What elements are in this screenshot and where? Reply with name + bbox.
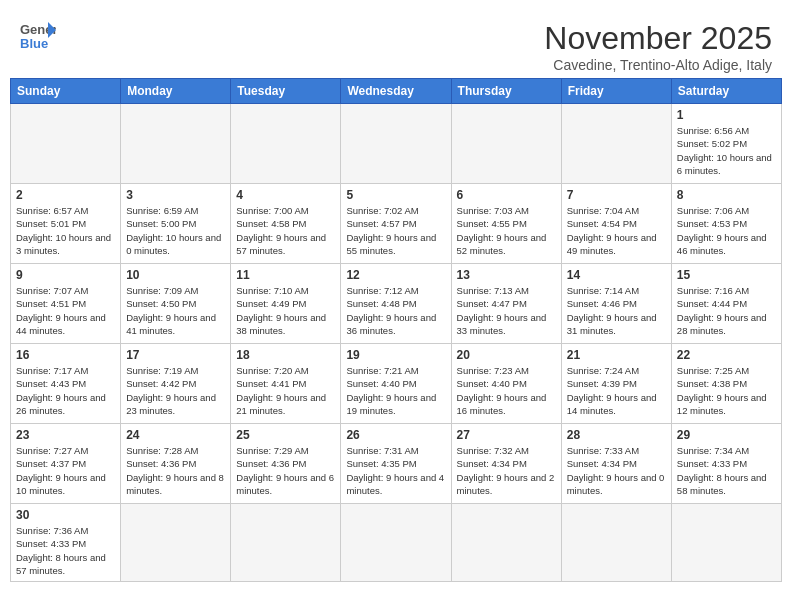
day-info: Sunrise: 7:20 AM Sunset: 4:41 PM Dayligh… <box>236 364 335 417</box>
weekday-header-cell: Saturday <box>671 79 781 104</box>
day-info: Sunrise: 7:29 AM Sunset: 4:36 PM Dayligh… <box>236 444 335 497</box>
day-number: 15 <box>677 268 776 282</box>
day-info: Sunrise: 7:00 AM Sunset: 4:58 PM Dayligh… <box>236 204 335 257</box>
calendar-week-row: 9Sunrise: 7:07 AM Sunset: 4:51 PM Daylig… <box>11 264 782 344</box>
day-number: 26 <box>346 428 445 442</box>
weekday-header-cell: Wednesday <box>341 79 451 104</box>
month-title: November 2025 <box>544 20 772 57</box>
weekday-header-cell: Thursday <box>451 79 561 104</box>
calendar-day-cell: 11Sunrise: 7:10 AM Sunset: 4:49 PM Dayli… <box>231 264 341 344</box>
day-number: 16 <box>16 348 115 362</box>
calendar-table: SundayMondayTuesdayWednesdayThursdayFrid… <box>10 78 782 582</box>
day-number: 13 <box>457 268 556 282</box>
day-number: 10 <box>126 268 225 282</box>
calendar-day-cell: 7Sunrise: 7:04 AM Sunset: 4:54 PM Daylig… <box>561 184 671 264</box>
page-header: General Blue November 2025 Cavedine, Tre… <box>10 10 782 78</box>
calendar-day-cell: 17Sunrise: 7:19 AM Sunset: 4:42 PM Dayli… <box>121 344 231 424</box>
day-info: Sunrise: 7:27 AM Sunset: 4:37 PM Dayligh… <box>16 444 115 497</box>
day-number: 23 <box>16 428 115 442</box>
calendar-week-row: 1Sunrise: 6:56 AM Sunset: 5:02 PM Daylig… <box>11 104 782 184</box>
day-number: 27 <box>457 428 556 442</box>
day-number: 25 <box>236 428 335 442</box>
calendar-day-cell: 10Sunrise: 7:09 AM Sunset: 4:50 PM Dayli… <box>121 264 231 344</box>
calendar-week-row: 16Sunrise: 7:17 AM Sunset: 4:43 PM Dayli… <box>11 344 782 424</box>
logo-icon: General Blue <box>20 20 56 50</box>
day-number: 22 <box>677 348 776 362</box>
day-number: 20 <box>457 348 556 362</box>
weekday-header-cell: Monday <box>121 79 231 104</box>
calendar-day-cell: 22Sunrise: 7:25 AM Sunset: 4:38 PM Dayli… <box>671 344 781 424</box>
day-info: Sunrise: 7:16 AM Sunset: 4:44 PM Dayligh… <box>677 284 776 337</box>
calendar-day-cell: 23Sunrise: 7:27 AM Sunset: 4:37 PM Dayli… <box>11 424 121 504</box>
calendar-day-cell: 20Sunrise: 7:23 AM Sunset: 4:40 PM Dayli… <box>451 344 561 424</box>
weekday-header-cell: Tuesday <box>231 79 341 104</box>
calendar-day-cell: 3Sunrise: 6:59 AM Sunset: 5:00 PM Daylig… <box>121 184 231 264</box>
svg-text:Blue: Blue <box>20 36 48 50</box>
calendar-day-cell: 30Sunrise: 7:36 AM Sunset: 4:33 PM Dayli… <box>11 504 121 582</box>
day-info: Sunrise: 7:07 AM Sunset: 4:51 PM Dayligh… <box>16 284 115 337</box>
day-info: Sunrise: 6:56 AM Sunset: 5:02 PM Dayligh… <box>677 124 776 177</box>
day-number: 29 <box>677 428 776 442</box>
calendar-day-cell <box>451 504 561 582</box>
calendar-day-cell <box>231 504 341 582</box>
day-number: 3 <box>126 188 225 202</box>
calendar-day-cell <box>231 104 341 184</box>
day-number: 18 <box>236 348 335 362</box>
day-number: 8 <box>677 188 776 202</box>
day-info: Sunrise: 7:17 AM Sunset: 4:43 PM Dayligh… <box>16 364 115 417</box>
day-info: Sunrise: 7:33 AM Sunset: 4:34 PM Dayligh… <box>567 444 666 497</box>
day-number: 7 <box>567 188 666 202</box>
calendar-day-cell: 13Sunrise: 7:13 AM Sunset: 4:47 PM Dayli… <box>451 264 561 344</box>
day-number: 21 <box>567 348 666 362</box>
day-info: Sunrise: 7:10 AM Sunset: 4:49 PM Dayligh… <box>236 284 335 337</box>
day-info: Sunrise: 7:36 AM Sunset: 4:33 PM Dayligh… <box>16 524 115 577</box>
day-info: Sunrise: 7:32 AM Sunset: 4:34 PM Dayligh… <box>457 444 556 497</box>
day-info: Sunrise: 7:19 AM Sunset: 4:42 PM Dayligh… <box>126 364 225 417</box>
title-area: November 2025 Cavedine, Trentino-Alto Ad… <box>544 20 772 73</box>
calendar-day-cell: 27Sunrise: 7:32 AM Sunset: 4:34 PM Dayli… <box>451 424 561 504</box>
day-info: Sunrise: 7:31 AM Sunset: 4:35 PM Dayligh… <box>346 444 445 497</box>
calendar-day-cell: 28Sunrise: 7:33 AM Sunset: 4:34 PM Dayli… <box>561 424 671 504</box>
day-number: 12 <box>346 268 445 282</box>
day-number: 9 <box>16 268 115 282</box>
calendar-day-cell: 16Sunrise: 7:17 AM Sunset: 4:43 PM Dayli… <box>11 344 121 424</box>
calendar-day-cell: 21Sunrise: 7:24 AM Sunset: 4:39 PM Dayli… <box>561 344 671 424</box>
calendar-day-cell <box>671 504 781 582</box>
calendar-day-cell: 25Sunrise: 7:29 AM Sunset: 4:36 PM Dayli… <box>231 424 341 504</box>
day-info: Sunrise: 7:34 AM Sunset: 4:33 PM Dayligh… <box>677 444 776 497</box>
calendar-day-cell <box>341 504 451 582</box>
calendar-day-cell: 5Sunrise: 7:02 AM Sunset: 4:57 PM Daylig… <box>341 184 451 264</box>
day-number: 19 <box>346 348 445 362</box>
day-info: Sunrise: 7:13 AM Sunset: 4:47 PM Dayligh… <box>457 284 556 337</box>
calendar-day-cell: 24Sunrise: 7:28 AM Sunset: 4:36 PM Dayli… <box>121 424 231 504</box>
weekday-header-cell: Sunday <box>11 79 121 104</box>
day-info: Sunrise: 6:57 AM Sunset: 5:01 PM Dayligh… <box>16 204 115 257</box>
logo: General Blue <box>20 20 56 50</box>
calendar-day-cell: 15Sunrise: 7:16 AM Sunset: 4:44 PM Dayli… <box>671 264 781 344</box>
day-number: 11 <box>236 268 335 282</box>
calendar-day-cell: 12Sunrise: 7:12 AM Sunset: 4:48 PM Dayli… <box>341 264 451 344</box>
day-info: Sunrise: 7:25 AM Sunset: 4:38 PM Dayligh… <box>677 364 776 417</box>
calendar-day-cell <box>451 104 561 184</box>
day-info: Sunrise: 7:04 AM Sunset: 4:54 PM Dayligh… <box>567 204 666 257</box>
day-number: 17 <box>126 348 225 362</box>
calendar-day-cell <box>341 104 451 184</box>
day-info: Sunrise: 7:28 AM Sunset: 4:36 PM Dayligh… <box>126 444 225 497</box>
day-info: Sunrise: 7:14 AM Sunset: 4:46 PM Dayligh… <box>567 284 666 337</box>
weekday-header-row: SundayMondayTuesdayWednesdayThursdayFrid… <box>11 79 782 104</box>
calendar-week-row: 30Sunrise: 7:36 AM Sunset: 4:33 PM Dayli… <box>11 504 782 582</box>
day-info: Sunrise: 7:02 AM Sunset: 4:57 PM Dayligh… <box>346 204 445 257</box>
day-info: Sunrise: 7:12 AM Sunset: 4:48 PM Dayligh… <box>346 284 445 337</box>
day-info: Sunrise: 7:23 AM Sunset: 4:40 PM Dayligh… <box>457 364 556 417</box>
calendar-day-cell: 29Sunrise: 7:34 AM Sunset: 4:33 PM Dayli… <box>671 424 781 504</box>
calendar-day-cell: 2Sunrise: 6:57 AM Sunset: 5:01 PM Daylig… <box>11 184 121 264</box>
calendar-day-cell: 6Sunrise: 7:03 AM Sunset: 4:55 PM Daylig… <box>451 184 561 264</box>
day-number: 30 <box>16 508 115 522</box>
calendar-day-cell: 26Sunrise: 7:31 AM Sunset: 4:35 PM Dayli… <box>341 424 451 504</box>
calendar-day-cell <box>121 504 231 582</box>
day-number: 28 <box>567 428 666 442</box>
calendar-day-cell: 1Sunrise: 6:56 AM Sunset: 5:02 PM Daylig… <box>671 104 781 184</box>
calendar-day-cell: 18Sunrise: 7:20 AM Sunset: 4:41 PM Dayli… <box>231 344 341 424</box>
calendar-week-row: 2Sunrise: 6:57 AM Sunset: 5:01 PM Daylig… <box>11 184 782 264</box>
day-number: 6 <box>457 188 556 202</box>
